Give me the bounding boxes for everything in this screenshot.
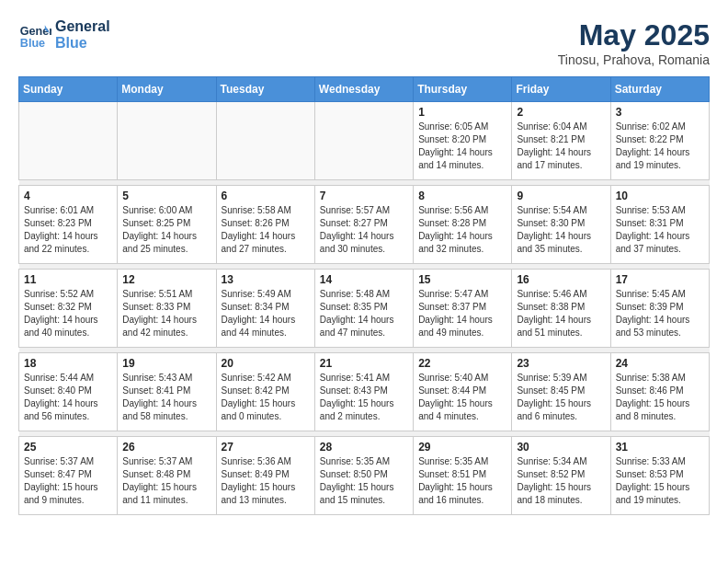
day-number: 21 [320,357,408,370]
day-number: 24 [616,357,704,370]
calendar-cell [118,102,216,180]
day-info: Sunrise: 5:46 AM Sunset: 8:38 PM Dayligh… [517,288,605,339]
day-info: Sunrise: 5:43 AM Sunset: 8:41 PM Dayligh… [122,372,210,423]
day-number: 2 [517,106,605,119]
weekday-header-monday: Monday [118,77,216,102]
day-number: 15 [418,273,506,286]
logo-icon: General Blue [18,18,51,52]
calendar-cell: 15Sunrise: 5:47 AM Sunset: 8:37 PM Dayli… [414,270,512,348]
calendar-cell: 16Sunrise: 5:46 AM Sunset: 8:38 PM Dayli… [512,270,610,348]
day-number: 31 [616,441,704,454]
day-info: Sunrise: 5:36 AM Sunset: 8:49 PM Dayligh… [222,455,310,507]
month-year: May 2025 [558,18,710,52]
calendar-cell: 17Sunrise: 5:45 AM Sunset: 8:39 PM Dayli… [610,270,709,348]
day-number: 16 [517,273,605,286]
day-info: Sunrise: 6:02 AM Sunset: 8:22 PM Dayligh… [616,121,704,172]
calendar-cell: 2Sunrise: 6:04 AM Sunset: 8:21 PM Daylig… [512,102,610,180]
calendar-cell: 1Sunrise: 6:05 AM Sunset: 8:20 PM Daylig… [414,102,512,180]
day-number: 14 [320,273,408,286]
day-number: 28 [320,441,408,454]
weekday-header-tuesday: Tuesday [216,77,314,102]
calendar-cell: 13Sunrise: 5:49 AM Sunset: 8:34 PM Dayli… [216,270,314,348]
calendar-cell: 8Sunrise: 5:56 AM Sunset: 8:28 PM Daylig… [414,186,512,264]
day-info: Sunrise: 5:56 AM Sunset: 8:28 PM Dayligh… [418,204,506,256]
day-info: Sunrise: 5:38 AM Sunset: 8:46 PM Dayligh… [616,372,704,423]
day-number: 29 [418,441,506,454]
day-info: Sunrise: 5:58 AM Sunset: 8:26 PM Dayligh… [222,204,310,256]
calendar-cell: 9Sunrise: 5:54 AM Sunset: 8:30 PM Daylig… [512,186,610,264]
day-info: Sunrise: 5:54 AM Sunset: 8:30 PM Dayligh… [517,204,605,256]
day-info: Sunrise: 5:41 AM Sunset: 8:43 PM Dayligh… [320,372,408,423]
day-info: Sunrise: 5:44 AM Sunset: 8:40 PM Dayligh… [24,372,112,423]
day-number: 7 [320,190,408,202]
calendar-cell: 22Sunrise: 5:40 AM Sunset: 8:44 PM Dayli… [414,353,512,431]
weekday-header-saturday: Saturday [610,77,709,102]
day-info: Sunrise: 5:45 AM Sunset: 8:39 PM Dayligh… [616,288,704,339]
day-info: Sunrise: 5:57 AM Sunset: 8:27 PM Dayligh… [320,204,408,256]
day-info: Sunrise: 5:37 AM Sunset: 8:48 PM Dayligh… [122,455,210,507]
calendar-cell [216,102,314,180]
day-info: Sunrise: 5:33 AM Sunset: 8:53 PM Dayligh… [616,455,704,507]
day-number: 8 [418,190,506,202]
calendar-cell [19,102,118,180]
day-info: Sunrise: 5:35 AM Sunset: 8:51 PM Dayligh… [418,455,506,507]
calendar-cell: 4Sunrise: 6:01 AM Sunset: 8:23 PM Daylig… [19,186,118,264]
day-number: 22 [418,357,506,370]
day-number: 6 [222,190,310,202]
calendar-cell: 11Sunrise: 5:52 AM Sunset: 8:32 PM Dayli… [19,270,118,348]
calendar-cell [314,102,413,180]
day-info: Sunrise: 6:00 AM Sunset: 8:25 PM Dayligh… [122,204,210,256]
day-number: 25 [24,441,112,454]
calendar-cell: 24Sunrise: 5:38 AM Sunset: 8:46 PM Dayli… [610,353,709,431]
day-number: 19 [122,357,210,370]
week-row-2: 4Sunrise: 6:01 AM Sunset: 8:23 PM Daylig… [19,186,710,264]
day-number: 1 [418,106,506,119]
calendar-cell: 31Sunrise: 5:33 AM Sunset: 8:53 PM Dayli… [610,437,709,515]
week-row-4: 18Sunrise: 5:44 AM Sunset: 8:40 PM Dayli… [19,353,710,431]
week-row-1: 1Sunrise: 6:05 AM Sunset: 8:20 PM Daylig… [19,102,710,180]
title-block: May 2025 Tinosu, Prahova, Romania [558,18,710,67]
calendar-cell: 30Sunrise: 5:34 AM Sunset: 8:52 PM Dayli… [512,437,610,515]
calendar-cell: 21Sunrise: 5:41 AM Sunset: 8:43 PM Dayli… [314,353,413,431]
day-info: Sunrise: 5:34 AM Sunset: 8:52 PM Dayligh… [517,455,605,507]
logo: General Blue General Blue [18,18,110,52]
day-number: 26 [122,441,210,454]
weekday-header-wednesday: Wednesday [314,77,413,102]
day-info: Sunrise: 5:37 AM Sunset: 8:47 PM Dayligh… [24,455,112,507]
day-info: Sunrise: 5:48 AM Sunset: 8:35 PM Dayligh… [320,288,408,339]
weekday-header-thursday: Thursday [414,77,512,102]
day-number: 4 [24,190,112,202]
weekday-header-friday: Friday [512,77,610,102]
day-info: Sunrise: 5:52 AM Sunset: 8:32 PM Dayligh… [24,288,112,339]
week-row-5: 25Sunrise: 5:37 AM Sunset: 8:47 PM Dayli… [19,437,710,515]
calendar-cell: 26Sunrise: 5:37 AM Sunset: 8:48 PM Dayli… [118,437,216,515]
calendar-cell: 7Sunrise: 5:57 AM Sunset: 8:27 PM Daylig… [314,186,413,264]
day-info: Sunrise: 5:40 AM Sunset: 8:44 PM Dayligh… [418,372,506,423]
page-header: General Blue General Blue May 2025 Tinos… [18,18,710,67]
day-info: Sunrise: 6:04 AM Sunset: 8:21 PM Dayligh… [517,121,605,172]
calendar-cell: 29Sunrise: 5:35 AM Sunset: 8:51 PM Dayli… [414,437,512,515]
day-info: Sunrise: 5:35 AM Sunset: 8:50 PM Dayligh… [320,455,408,507]
day-info: Sunrise: 6:05 AM Sunset: 8:20 PM Dayligh… [418,121,506,172]
weekday-header-row: SundayMondayTuesdayWednesdayThursdayFrid… [19,77,710,102]
calendar-cell: 12Sunrise: 5:51 AM Sunset: 8:33 PM Dayli… [118,270,216,348]
day-info: Sunrise: 5:49 AM Sunset: 8:34 PM Dayligh… [222,288,310,339]
day-info: Sunrise: 5:39 AM Sunset: 8:45 PM Dayligh… [517,372,605,423]
calendar-cell: 5Sunrise: 6:00 AM Sunset: 8:25 PM Daylig… [118,186,216,264]
svg-text:Blue: Blue [20,37,45,50]
day-number: 18 [24,357,112,370]
day-number: 23 [517,357,605,370]
weekday-header-sunday: Sunday [19,77,118,102]
calendar-cell: 3Sunrise: 6:02 AM Sunset: 8:22 PM Daylig… [610,102,709,180]
calendar-cell: 6Sunrise: 5:58 AM Sunset: 8:26 PM Daylig… [216,186,314,264]
day-number: 11 [24,273,112,286]
day-info: Sunrise: 5:42 AM Sunset: 8:42 PM Dayligh… [222,372,310,423]
day-number: 30 [517,441,605,454]
calendar-cell: 19Sunrise: 5:43 AM Sunset: 8:41 PM Dayli… [118,353,216,431]
location: Tinosu, Prahova, Romania [558,52,710,67]
calendar-cell: 27Sunrise: 5:36 AM Sunset: 8:49 PM Dayli… [216,437,314,515]
calendar-cell: 20Sunrise: 5:42 AM Sunset: 8:42 PM Dayli… [216,353,314,431]
calendar-cell: 23Sunrise: 5:39 AM Sunset: 8:45 PM Dayli… [512,353,610,431]
day-number: 12 [122,273,210,286]
day-info: Sunrise: 6:01 AM Sunset: 8:23 PM Dayligh… [24,204,112,256]
